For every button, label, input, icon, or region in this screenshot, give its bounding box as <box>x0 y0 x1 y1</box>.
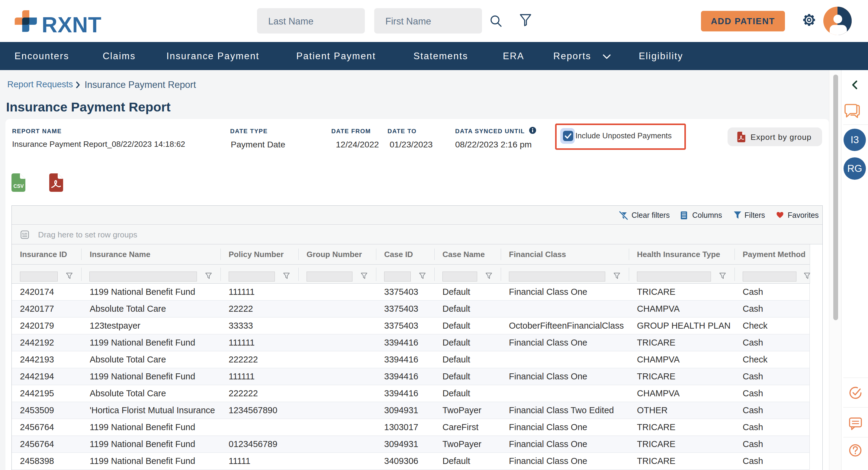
svg-text:CSV: CSV <box>13 183 24 189</box>
